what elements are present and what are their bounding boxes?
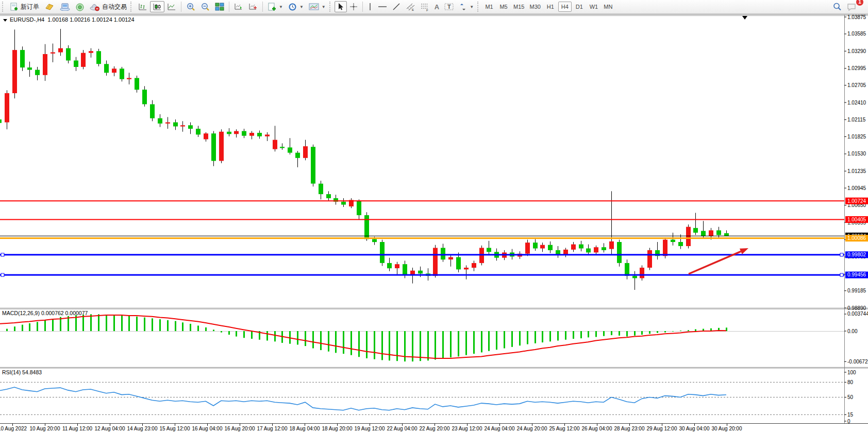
svg-text:26 Aug 04:00: 26 Aug 04:00 (582, 426, 612, 431)
svg-text:15 Aug 12:00: 15 Aug 12:00 (160, 426, 190, 431)
fibonacci-icon: F (420, 3, 429, 11)
svg-text:30 Aug 04:00: 30 Aug 04:00 (679, 426, 710, 431)
timeframe-m1[interactable]: M1 (482, 2, 496, 12)
templates-button[interactable]: ▼ (265, 1, 286, 12)
market-watch-button[interactable] (42, 1, 57, 12)
svg-text:17 Aug 12:00: 17 Aug 12:00 (257, 426, 288, 431)
svg-text:1.00945: 1.00945 (847, 185, 866, 191)
timeframe-h1[interactable]: H1 (544, 2, 557, 12)
toolbar-grip[interactable] (477, 2, 480, 12)
hline-1.00086[interactable] (0, 237, 844, 239)
fibonacci-tool[interactable]: F (418, 1, 432, 12)
chevron-down-icon: ▼ (279, 5, 283, 9)
svg-text:0.99802: 0.99802 (847, 252, 866, 257)
equidistant-channel-tool[interactable]: E (403, 1, 418, 12)
timeframe-m5[interactable]: M5 (497, 2, 510, 12)
text-tool[interactable]: A (432, 1, 442, 12)
timeframe-w1[interactable]: W1 (587, 2, 600, 12)
svg-text:28 Aug 23:00: 28 Aug 23:00 (614, 426, 645, 431)
timeframe-d1[interactable]: D1 (573, 2, 586, 12)
chart-shift-icon (248, 3, 258, 11)
text-label-tool[interactable]: T (442, 1, 456, 12)
indicators-button[interactable]: ▼ (306, 1, 328, 12)
svg-text:24 Aug 20:00: 24 Aug 20:00 (517, 426, 547, 431)
auto-scroll-icon (234, 3, 243, 11)
new-order-button[interactable]: 新订单 (7, 1, 42, 12)
indicators-icon (309, 3, 319, 11)
crosshair-button[interactable] (347, 1, 360, 12)
candles (0, 29, 729, 290)
svg-text:1.00086: 1.00086 (847, 235, 866, 241)
chevron-down-icon: ▼ (322, 5, 326, 9)
svg-text:18 Aug 20:00: 18 Aug 20:00 (322, 426, 353, 431)
hline-1.00124[interactable] (0, 236, 844, 236)
horizontal-line-icon (378, 3, 387, 11)
chart-shift-button[interactable] (246, 1, 260, 12)
timeframe-group: M1M5M15M30H1H4D1W1MN (482, 2, 615, 12)
zoom-in-icon (186, 3, 195, 11)
text-a-icon: A (435, 3, 439, 11)
new-order-label: 新订单 (21, 3, 39, 11)
toolbar-grip[interactable] (130, 2, 133, 12)
candlestick-chart-button[interactable] (150, 1, 164, 12)
timeframe-mn[interactable]: MN (602, 2, 615, 12)
vertical-line-tool[interactable] (365, 1, 375, 12)
svg-text:1.02705: 1.02705 (847, 82, 866, 88)
candlestick-chart-icon (153, 3, 162, 11)
arrows-tool[interactable]: ▼ (456, 1, 476, 12)
timeframe-m30[interactable]: M30 (527, 2, 542, 12)
periods-button[interactable]: ▼ (286, 1, 306, 12)
autotrading-label: 自动交易 (102, 3, 127, 11)
mt4-window: { "toolbar": { "new_order_label": "新订单",… (0, 0, 868, 433)
template-icon (268, 3, 276, 11)
bar-chart-button[interactable] (136, 1, 150, 12)
cursor-icon (337, 3, 344, 11)
notifications-button[interactable]: 1 (844, 1, 860, 12)
timeframe-h4[interactable]: H4 (558, 2, 572, 12)
timeframe-m15[interactable]: M15 (511, 2, 526, 12)
svg-text:11 Aug 12:00: 11 Aug 12:00 (62, 426, 93, 431)
svg-text:16 Aug 20:00: 16 Aug 20:00 (225, 426, 255, 431)
trendline-icon (392, 3, 400, 11)
svg-text:0.99185: 0.99185 (847, 288, 866, 293)
signals-button[interactable] (73, 1, 87, 12)
svg-text:T: T (447, 4, 451, 10)
bar-chart-icon (138, 3, 147, 11)
svg-text:19 Aug 12:00: 19 Aug 12:00 (355, 426, 385, 431)
hline-1.00724[interactable] (0, 200, 844, 201)
text-label-icon: T (444, 3, 454, 11)
svg-text:0.00: 0.00 (847, 328, 858, 334)
arrows-icon (459, 3, 467, 11)
symbol-label: EURUSD-,H4 1.00168 1.00216 1.00124 1.001… (3, 16, 135, 23)
chevron-down-icon: ▼ (299, 5, 304, 9)
search-button[interactable] (830, 1, 844, 12)
horizontal-line-tool[interactable] (375, 1, 390, 12)
svg-text:10 Aug 20:00: 10 Aug 20:00 (30, 426, 60, 431)
shift-marker-icon (742, 16, 747, 20)
svg-text:50: 50 (847, 394, 854, 400)
autotrading-button[interactable]: 自动交易 (87, 1, 129, 12)
tile-windows-button[interactable] (212, 1, 227, 12)
svg-text:0: 0 (847, 419, 850, 424)
signal-globe-icon (75, 3, 85, 11)
cursor-button[interactable] (335, 1, 347, 12)
dropdown-triangle-icon[interactable] (3, 19, 7, 22)
toolbar-grip[interactable] (329, 2, 332, 12)
line-chart-button[interactable] (164, 1, 179, 12)
tile-windows-icon (215, 3, 224, 11)
zoom-in-button[interactable] (183, 1, 198, 12)
trendline-tool[interactable] (390, 1, 403, 12)
toolbar: 新订单 自动交易 ▼ ▼ (0, 0, 868, 14)
hline-1.00405[interactable] (0, 219, 844, 220)
chart-canvas[interactable]: 0.0037440.00-0.00672310080501501.038751.… (0, 0, 868, 433)
svg-text:0.003744: 0.003744 (847, 311, 868, 317)
line-chart-icon (167, 3, 176, 11)
hline-0.99456[interactable] (0, 274, 844, 276)
auto-scroll-button[interactable] (231, 1, 246, 12)
svg-text:E: E (412, 8, 414, 11)
hline-0.99802[interactable] (0, 254, 844, 255)
zoom-out-button[interactable] (198, 1, 212, 12)
terminal-button[interactable] (57, 1, 73, 12)
svg-text:24 Aug 04:00: 24 Aug 04:00 (485, 426, 515, 431)
toolbar-grip[interactable] (2, 2, 5, 12)
